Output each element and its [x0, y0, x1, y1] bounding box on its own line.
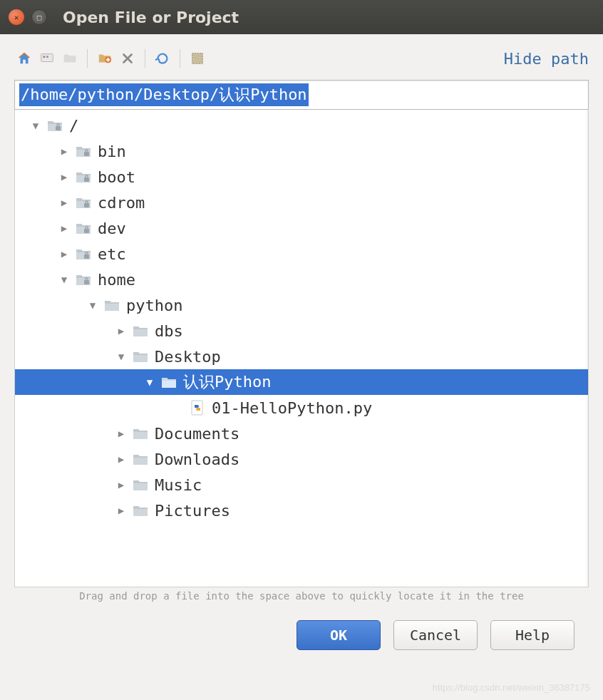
show-hidden-icon[interactable]	[187, 48, 207, 68]
toolbar: Hide path	[14, 44, 589, 73]
tree-item-label: Downloads	[155, 451, 239, 468]
tree-item-label: 认识Python	[183, 371, 271, 393]
folder-lock-icon	[75, 272, 92, 287]
cancel-button[interactable]: Cancel	[393, 620, 478, 650]
tree-row[interactable]: ▼home	[15, 267, 588, 292]
python-file-icon	[189, 399, 206, 416]
titlebar: Open File or Project	[0, 0, 603, 34]
tree-item-label: Desktop	[155, 348, 221, 366]
tree-item-label: cdrom	[98, 194, 145, 212]
close-icon[interactable]	[9, 9, 24, 25]
chevron-down-icon[interactable]: ▼	[29, 120, 42, 131]
tree-row[interactable]: 01-HelloPython.py	[15, 395, 588, 421]
folder-icon	[132, 426, 149, 441]
refresh-icon[interactable]	[153, 48, 172, 68]
tree-row[interactable]: ▶cdrom	[15, 190, 588, 215]
svg-rect-0	[41, 54, 53, 62]
tree-row[interactable]: ▶etc	[15, 241, 588, 267]
folder-lock-icon	[75, 195, 92, 210]
chevron-down-icon[interactable]: ▼	[86, 299, 99, 311]
chevron-down-icon[interactable]: ▼	[115, 351, 128, 362]
path-input[interactable]: /home/python/Desktop/认识Python	[19, 83, 309, 106]
tree-row[interactable]: ▶bin	[15, 138, 588, 164]
tree-row[interactable]: ▶Pictures	[15, 498, 588, 523]
window-title: Open File or Project	[63, 9, 239, 26]
tree-item-label: boot	[98, 168, 135, 186]
tree-item-label: python	[126, 297, 182, 314]
tree-item-label: home	[98, 271, 135, 289]
tree-item-label: /	[69, 117, 78, 135]
file-tree[interactable]: ▼/▶bin▶boot▶cdrom▶dev▶etc▼home▼python▶db…	[14, 110, 589, 587]
chevron-right-icon[interactable]: ▶	[58, 197, 71, 208]
path-input-wrap[interactable]: /home/python/Desktop/认识Python	[14, 80, 589, 110]
tree-row[interactable]: ▼python	[15, 292, 588, 318]
dialog-content: Hide path /home/python/Desktop/认识Python …	[0, 34, 603, 650]
help-button[interactable]: Help	[490, 620, 574, 650]
tree-row[interactable]: ▼/	[15, 113, 588, 138]
home-icon[interactable]	[14, 48, 34, 68]
toolbar-separator	[145, 49, 145, 68]
maximize-icon[interactable]	[31, 9, 47, 25]
folder-lock-icon	[75, 221, 92, 235]
tree-row[interactable]: ▶dev	[15, 215, 588, 241]
tree-row[interactable]: ▶boot	[15, 164, 588, 190]
svg-rect-1	[43, 56, 46, 58]
chevron-down-icon[interactable]: ▼	[58, 274, 71, 285]
chevron-right-icon[interactable]: ▶	[115, 453, 128, 465]
chevron-right-icon[interactable]: ▶	[115, 479, 128, 490]
svg-rect-2	[46, 56, 48, 58]
project-icon[interactable]	[60, 48, 80, 68]
new-folder-icon[interactable]	[95, 48, 115, 68]
tree-row[interactable]: ▶Documents	[15, 421, 588, 446]
folder-icon	[103, 298, 120, 312]
folder-lock-icon	[46, 118, 63, 133]
tree-row[interactable]: ▶Music	[15, 472, 588, 498]
folder-icon	[132, 349, 149, 364]
toolbar-separator	[87, 49, 88, 68]
scrollbar[interactable]	[586, 110, 588, 587]
folder-icon	[132, 452, 149, 466]
folder-lock-icon	[75, 144, 92, 158]
chevron-right-icon[interactable]: ▶	[58, 222, 71, 234]
folder-icon	[132, 478, 149, 492]
delete-icon[interactable]	[118, 48, 138, 68]
tree-item-label: 01-HelloPython.py	[212, 399, 372, 417]
desktop-icon[interactable]	[37, 48, 57, 68]
chevron-right-icon[interactable]: ▶	[115, 325, 128, 336]
tree-row[interactable]: ▼Desktop	[15, 344, 588, 369]
tree-item-label: Pictures	[155, 502, 230, 520]
hide-path-link[interactable]: Hide path	[504, 50, 589, 68]
tree-item-label: etc	[98, 245, 126, 263]
tree-item-label: dev	[98, 220, 126, 237]
folder-icon	[160, 375, 177, 389]
folder-lock-icon	[75, 247, 92, 261]
svg-rect-4	[192, 53, 203, 64]
folder-icon	[132, 503, 149, 518]
watermark: https://blog.csdn.net/weixin_36387175	[433, 682, 590, 693]
tree-row[interactable]: ▼认识Python	[15, 369, 588, 395]
tree-item-label: Documents	[155, 425, 239, 443]
tree-item-label: dbs	[155, 322, 183, 340]
chevron-right-icon[interactable]: ▶	[58, 171, 71, 182]
chevron-down-icon[interactable]: ▼	[143, 376, 156, 388]
tree-row[interactable]: ▶dbs	[15, 318, 588, 344]
chevron-right-icon[interactable]: ▶	[58, 248, 71, 259]
chevron-right-icon[interactable]: ▶	[58, 145, 71, 157]
tree-item-label: Music	[155, 476, 202, 494]
drag-hint: Drag and drop a file into the space abov…	[14, 587, 589, 607]
toolbar-separator	[180, 49, 180, 68]
chevron-right-icon[interactable]: ▶	[115, 428, 128, 439]
tree-row[interactable]: ▶Downloads	[15, 446, 588, 472]
folder-lock-icon	[75, 170, 92, 184]
button-bar: OK Cancel Help	[14, 607, 589, 650]
chevron-right-icon[interactable]: ▶	[115, 505, 128, 516]
tree-item-label: bin	[98, 143, 126, 160]
folder-icon	[132, 324, 149, 338]
ok-button[interactable]: OK	[297, 620, 381, 650]
